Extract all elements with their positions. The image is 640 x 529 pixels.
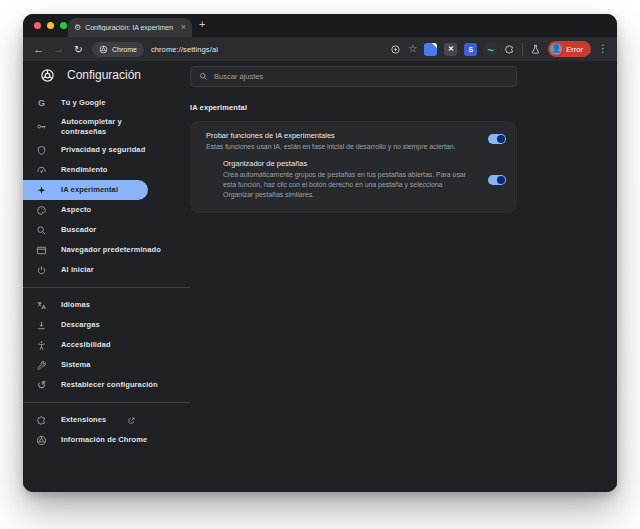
bookmark-star-icon[interactable]: ☆ <box>408 44 417 54</box>
back-icon[interactable]: ← <box>32 44 45 55</box>
sidebar-item-system[interactable]: Sistema <box>23 355 190 375</box>
sidebar-divider <box>23 287 190 288</box>
sidebar-item-label: Restablecer configuración <box>61 380 158 389</box>
magnifier-icon <box>35 224 48 237</box>
sidebar-item-label: Navegador predeterminado <box>61 245 161 254</box>
chrome-url-chip[interactable]: Chrome <box>92 42 144 57</box>
extension-s-glyph: S <box>468 46 473 53</box>
profile-avatar: 👤 <box>550 43 562 55</box>
address-bar-url[interactable]: chrome://settings/ai <box>151 45 218 54</box>
setting-title: Probar funciones de IA experimentales <box>206 131 471 140</box>
setting-description: Crea automáticamente grupos de pestañas … <box>223 170 471 200</box>
browser-window: ⚙ Configuración: IA experimen × + ← → ↻ … <box>23 14 617 492</box>
sidebar-item-label: Autocompletar y contraseñas <box>61 117 149 136</box>
external-link-icon <box>127 416 136 425</box>
search-input[interactable] <box>214 72 508 81</box>
sidebar-item-reset-settings[interactable]: ↺ Restablecer configuración <box>23 375 190 395</box>
sidebar-item-label: Buscador <box>61 225 96 234</box>
sidebar-item-downloads[interactable]: Descargas <box>23 315 190 335</box>
reload-icon[interactable]: ↻ <box>72 44 85 55</box>
sidebar-item-you-and-google[interactable]: G Tú y Google <box>23 93 190 113</box>
sidebar-item-label: Extensiones <box>61 415 106 424</box>
sidebar-item-extensions[interactable]: Extensiones <box>23 410 190 430</box>
sidebar-item-default-browser[interactable]: Navegador predeterminado <box>23 240 190 260</box>
chrome-logo-icon <box>99 45 108 54</box>
setting-row-try-experimental-ai: Probar funciones de IA experimentales Es… <box>190 131 517 152</box>
tab-title: Configuración: IA experimen <box>85 24 177 31</box>
sidebar-item-label: Aspecto <box>61 205 91 214</box>
sidebar-item-label: IA experimental <box>61 185 118 194</box>
settings-page: Configuración G Tú y Google <box>23 61 617 492</box>
extension-icon-teal-wave[interactable]: ~ <box>484 43 497 56</box>
sidebar-item-experimental-ai[interactable]: IA experimental <box>23 180 148 200</box>
active-tab[interactable]: ⚙ Configuración: IA experimen × <box>68 18 192 37</box>
extension-icon-blue-fold[interactable] <box>424 43 437 56</box>
browser-toolbar: ← → ↻ Chrome chrome://settings/ai ☆ ✕ S <box>23 37 617 61</box>
toolbar-divider <box>522 43 523 56</box>
experiments-flask-icon[interactable] <box>530 44 541 55</box>
omnibox-action-icon[interactable] <box>390 44 401 55</box>
tab-strip: ⚙ Configuración: IA experimen × + <box>23 14 617 37</box>
desktop-background: ⚙ Configuración: IA experimen × + ← → ↻ … <box>0 0 640 529</box>
browser-window-icon <box>35 244 48 257</box>
sidebar-item-label: Descargas <box>61 320 100 329</box>
settings-main: IA experimental Probar funciones de IA e… <box>190 91 517 492</box>
sidebar-item-performance[interactable]: Rendimiento <box>23 160 190 180</box>
profile-error-badge[interactable]: 👤 Error <box>548 41 591 57</box>
extension-icon-s[interactable]: S <box>464 43 477 56</box>
extension-x-glyph: ✕ <box>448 45 454 53</box>
setting-row-tab-organizer: Organizador de pestañas Crea automáticam… <box>190 159 517 200</box>
browser-menu-icon[interactable]: ⋮ <box>598 44 608 54</box>
experimental-ai-toggle[interactable] <box>488 134 506 144</box>
translate-icon <box>35 299 48 312</box>
settings-header: Configuración <box>23 61 617 91</box>
extension-icon-x[interactable]: ✕ <box>444 43 457 56</box>
minimize-window-button[interactable] <box>47 22 54 29</box>
experimental-ai-card: Probar funciones de IA experimentales Es… <box>190 121 517 213</box>
shield-icon <box>35 144 48 157</box>
sidebar-item-search-engine[interactable]: Buscador <box>23 220 190 240</box>
forward-icon[interactable]: → <box>52 44 65 55</box>
sidebar-item-on-startup[interactable]: Al iniciar <box>23 260 190 280</box>
restore-icon: ↺ <box>35 379 48 392</box>
extension-wave-glyph: ~ <box>488 44 494 56</box>
google-g-icon: G <box>35 97 48 110</box>
chrome-settings-logo-icon <box>40 68 55 87</box>
sidebar-item-label: Tú y Google <box>61 98 105 107</box>
tab-close-icon[interactable]: × <box>181 23 186 32</box>
sidebar-item-privacy-security[interactable]: Privacidad y seguridad <box>23 140 190 160</box>
setting-description: Estas funciones usan IA, están en fase i… <box>206 142 471 152</box>
settings-body: G Tú y Google Autocompletar y contraseña… <box>23 91 617 492</box>
extensions-puzzle-icon[interactable] <box>504 44 515 55</box>
palette-icon <box>35 204 48 217</box>
sidebar-item-accessibility[interactable]: Accesibilidad <box>23 335 190 355</box>
section-heading: IA experimental <box>190 103 517 112</box>
sparkle-icon <box>35 184 48 197</box>
setting-title: Organizador de pestañas <box>223 159 471 168</box>
settings-search-box[interactable] <box>190 66 517 87</box>
sidebar-item-languages[interactable]: Idiomas <box>23 295 190 315</box>
key-icon <box>35 120 48 133</box>
chip-label: Chrome <box>112 46 137 53</box>
page-title: Configuración <box>67 68 141 82</box>
sidebar-item-about-chrome[interactable]: Información de Chrome <box>23 430 190 450</box>
zoom-window-button[interactable] <box>60 22 67 29</box>
new-tab-button[interactable]: + <box>199 19 205 30</box>
traffic-lights <box>34 22 67 29</box>
sidebar-item-label: Sistema <box>61 360 90 369</box>
settings-sidebar: G Tú y Google Autocompletar y contraseña… <box>23 91 190 492</box>
error-badge-label: Error <box>566 45 583 54</box>
sidebar-item-label: Privacidad y seguridad <box>61 145 145 154</box>
sidebar-item-label: Al iniciar <box>61 265 94 274</box>
sidebar-item-autofill-passwords[interactable]: Autocompletar y contraseñas <box>23 113 190 140</box>
tab-organizer-toggle[interactable] <box>488 175 506 185</box>
sidebar-item-appearance[interactable]: Aspecto <box>23 200 190 220</box>
sidebar-item-label: Rendimiento <box>61 165 108 174</box>
search-icon <box>199 72 208 81</box>
settings-gear-favicon: ⚙ <box>74 24 81 32</box>
close-window-button[interactable] <box>34 22 41 29</box>
sidebar-item-label: Accesibilidad <box>61 340 111 349</box>
sidebar-divider <box>23 402 190 403</box>
accessibility-icon <box>35 339 48 352</box>
power-icon <box>35 264 48 277</box>
